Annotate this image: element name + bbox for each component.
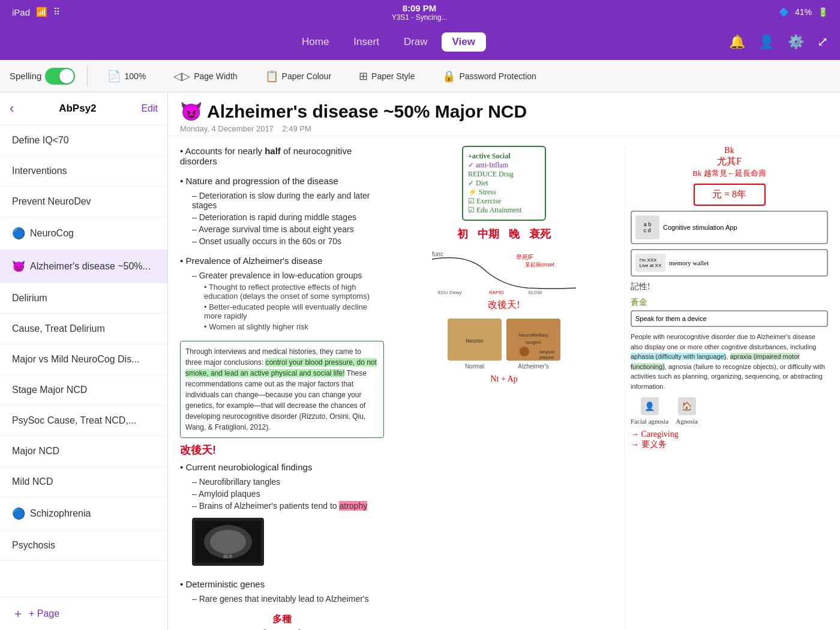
sidebar-title: AbPsy2 xyxy=(20,103,135,115)
brain-scan-area: 縮水 xyxy=(192,514,384,569)
sidebar-item-delirium[interactable]: Delirium xyxy=(0,283,167,314)
status-bar: iPad 📶 ⠿ 8:09 PM Y3S1 - Syncing... 🔷 41%… xyxy=(0,0,840,24)
neuron-label-normal: Normal xyxy=(448,363,502,370)
item-label: Psychosis xyxy=(12,540,55,551)
facial-icon: 👤 xyxy=(641,397,659,415)
mindmap-title: +active Social xyxy=(468,152,540,161)
nav-tabs: Home Insert Draw View xyxy=(66,32,711,52)
tab-draw[interactable]: Draw xyxy=(393,32,439,52)
tab-insert[interactable]: Insert xyxy=(343,32,390,52)
note-sub: – Greater prevalence in low-education gr… xyxy=(192,271,384,280)
title-emoji: 😈 xyxy=(180,101,202,122)
sidebar-item-major-mild[interactable]: Major vs Mild NeuroCog Dis... xyxy=(0,344,167,375)
mindmap-item: ⚡ Stress xyxy=(468,188,540,197)
note-section-2: • Nature and progression of the disease … xyxy=(180,176,384,246)
schizophrenia-emoji: 🔵 xyxy=(12,507,25,520)
content-area: 😈 Alzheimer's disease ~50% Major NCD Mon… xyxy=(168,92,840,630)
nt-ap-label: Nt + Ap xyxy=(394,374,614,384)
item-label: Cause, Treat Delirium xyxy=(12,323,105,334)
gene-diagram: 多種 < ○ ○ ○ ○ > ↓ ↓ Az Az? xyxy=(180,613,384,630)
facial-label: Facial agnosia xyxy=(631,418,668,425)
password-button[interactable]: 🔒 Password Protection xyxy=(434,65,544,87)
svg-text:tangles: tangles xyxy=(526,340,541,345)
sidebar-item-mild-ncd[interactable]: Mild NCD xyxy=(0,467,167,497)
top-cn-annotations: Bk 尤其F Bk 越常見←延長命壽 xyxy=(631,146,828,179)
person-add-icon[interactable]: 👤 xyxy=(758,34,775,50)
item-label: Alzheimer's disease ~50%... xyxy=(30,261,151,272)
bluetooth-icon: 🔷 xyxy=(779,7,789,17)
sidebar-item-stage-major[interactable]: Stage Major NCD xyxy=(0,375,167,406)
note-sub: – Brains of Alzheimer's patients tend to… xyxy=(192,501,384,511)
sidebar-item-major-ncd[interactable]: Major NCD xyxy=(0,436,167,467)
item-label: Mild NCD xyxy=(12,476,53,487)
memory-wallet-box: I'm XXXLive at XX memory wallet xyxy=(631,249,828,277)
neuron-images-area: Neuron Normal Neurofibrillary tangles xyxy=(394,316,614,370)
tab-view[interactable]: View xyxy=(442,32,486,52)
neuron-normal-image: Neuron xyxy=(448,319,502,361)
tab-home[interactable]: Home xyxy=(291,32,340,52)
sidebar-item-interventions[interactable]: Interventions xyxy=(0,156,167,187)
expand-icon[interactable]: ⤢ xyxy=(817,34,828,50)
stage-early: 初 xyxy=(457,227,468,241)
sidebar-item-cause-treat-delirium[interactable]: Cause, Treat Delirium xyxy=(0,314,167,344)
mindmap-box: +active Social ✓ anti-Inflam REDUCE Drug… xyxy=(462,146,546,221)
change-label: 改後天! xyxy=(394,299,614,311)
note-sub-sub: • Thought to reflect protective effects … xyxy=(204,283,384,301)
mindmap-item: ☑ Edu Attainment xyxy=(468,206,540,215)
note-sub-sub: • Better-educated people will eventually… xyxy=(204,302,384,320)
paper-colour-button[interactable]: 📋 Paper Colour xyxy=(257,65,340,87)
sidebar-item-define-iq[interactable]: Define IQ<70 xyxy=(0,125,167,156)
note-sub: – Deterioration is rapid during middle s… xyxy=(192,212,384,222)
sidebar-item-alzheimer[interactable]: 😈 Alzheimer's disease ~50%... xyxy=(0,250,167,283)
content-title: 😈 Alzheimer's disease ~50% Major NCD xyxy=(180,101,828,122)
item-label: Interventions xyxy=(12,166,67,176)
add-page-button[interactable]: ＋ + Page xyxy=(0,596,167,630)
sidebar-item-schizophrenia[interactable]: 🔵 Schizophrenia xyxy=(0,497,167,530)
page-width-button[interactable]: ◁▷ Page Width xyxy=(166,65,245,87)
sidebar-item-neurocog[interactable]: 🔵 NeuroCog xyxy=(0,217,167,250)
sidebar-items: Define IQ<70 Interventions Prevent Neuro… xyxy=(0,125,167,596)
zoom-label: 100% xyxy=(124,71,146,81)
cog-app-box: a bc d Cognitive stimulation App xyxy=(631,211,828,244)
note-bullet: • Prevalence of Alzheimer's disease xyxy=(180,256,384,266)
survival-label: 元 = 8年 xyxy=(712,189,746,199)
brain-scan-image: 縮水 xyxy=(192,518,264,566)
svg-text:某起病onset: 某起病onset xyxy=(525,262,555,268)
nav-icons-right: 🔔 👤 ⚙️ ⤢ xyxy=(729,34,828,50)
sidebar-item-psy-soc[interactable]: PsySoc Cause, Treat NCD,... xyxy=(0,406,167,436)
note-sub: – Amyloid plaques xyxy=(192,489,384,499)
svg-text:縮水: 縮水 xyxy=(223,554,233,559)
item-label: Major NCD xyxy=(12,446,59,457)
agnosia-area: 👤 Facial agnosia 🏠 Agnosia xyxy=(631,397,828,425)
ji-xing: 記性! xyxy=(631,281,828,292)
content-body[interactable]: • Accounts for nearly half of neurocogni… xyxy=(168,136,840,630)
edit-button[interactable]: Edit xyxy=(141,103,158,114)
stage-labels: 初 中期 晚 衰死 xyxy=(394,227,614,241)
sidebar-item-prevent-neurodev[interactable]: Prevent NeuroDev xyxy=(0,187,167,217)
divider-1 xyxy=(87,65,88,87)
item-label: PsySoc Cause, Treat NCD,... xyxy=(12,415,136,426)
svg-text:Neuron: Neuron xyxy=(466,338,484,344)
bell-icon[interactable]: 🔔 xyxy=(729,34,745,50)
status-right: 🔷 41% 🔋 xyxy=(779,7,828,17)
item-label: NeuroCog xyxy=(30,228,74,239)
add-page-label: + Page xyxy=(29,608,59,619)
neuron-alzheimer: Neurofibrillary tangles Amyloid plaques … xyxy=(506,316,560,370)
paper-style-button[interactable]: ⊞ Paper Style xyxy=(351,65,422,87)
item-label: Define IQ<70 xyxy=(12,135,69,146)
ipad-label: iPad xyxy=(12,7,30,17)
note-sub: – Onset usually occurs in the 60s or 70s xyxy=(192,236,384,246)
back-button[interactable]: ‹ xyxy=(10,101,14,116)
zoom-button[interactable]: 📄 100% xyxy=(100,65,154,87)
svg-point-2 xyxy=(210,530,246,554)
spelling-toggle[interactable] xyxy=(45,68,75,85)
alzheimer-emoji: 😈 xyxy=(12,260,25,273)
content-date: Monday, 4 December 2017 xyxy=(180,124,274,133)
sidebar-item-psychosis[interactable]: Psychosis xyxy=(0,530,167,561)
longer-life: Bk 越常見←延長命壽 xyxy=(631,168,828,179)
note-sub-sub: • Women at slightly higher risk xyxy=(204,322,384,331)
gear-icon[interactable]: ⚙️ xyxy=(788,34,804,50)
mindmap-item: ☑ Exercise xyxy=(468,197,540,206)
mindmap-item: ✓ anti-Inflam xyxy=(468,161,540,170)
note-bullet: • Current neurobiological findings xyxy=(180,462,384,472)
